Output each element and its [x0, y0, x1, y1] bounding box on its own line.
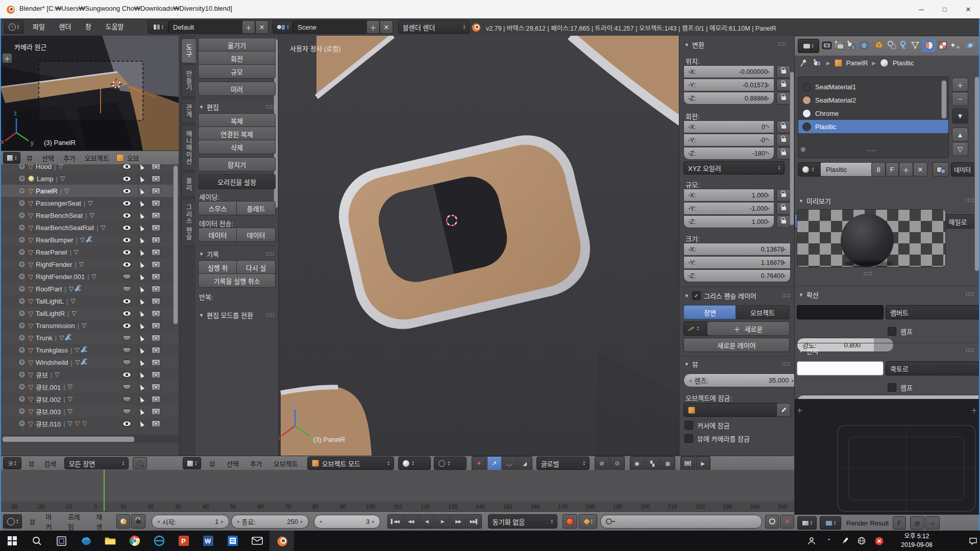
- visibility-eye-icon[interactable]: [122, 188, 131, 194]
- renderable-camera-icon[interactable]: [152, 298, 160, 305]
- powerpoint-icon[interactable]: P: [172, 531, 196, 551]
- renderable-camera-icon[interactable]: [152, 310, 160, 317]
- object-name[interactable]: Transmission: [36, 322, 75, 330]
- material-slot[interactable]: Chrome: [798, 107, 948, 120]
- menu-view[interactable]: 뷰: [29, 517, 35, 527]
- grease-pencil-panel-header[interactable]: ▼✓그리스 펜슬 레이어: [684, 291, 756, 300]
- object-name[interactable]: Windsheild: [36, 359, 68, 366]
- render-opengl-button[interactable]: [680, 456, 695, 470]
- gp-scene-tab[interactable]: 장면: [683, 305, 737, 319]
- selectable-arrow-icon[interactable]: [138, 371, 144, 378]
- specular-shader-select[interactable]: 쿡토르▴▾: [886, 361, 980, 375]
- breadcrumb-material[interactable]: Plasltic: [893, 59, 914, 67]
- proportional-edit-button[interactable]: ◉: [630, 456, 645, 470]
- expand-icon[interactable]: +: [18, 395, 26, 403]
- pivot-select[interactable]: ▴▾: [434, 457, 467, 470]
- preview-panel-header[interactable]: ▼미리보기: [799, 196, 831, 206]
- visibility-eye-icon[interactable]: [122, 201, 131, 206]
- snap-element-button[interactable]: ⊙: [610, 456, 625, 470]
- blender-taskbar-icon[interactable]: [270, 531, 294, 551]
- screen-layout-name[interactable]: Default: [168, 20, 250, 34]
- diffuse-color-swatch[interactable]: [797, 305, 884, 319]
- outliner-row[interactable]: + ▽ RightFender | ▽ ▽ ▽: [0, 258, 179, 270]
- play-reverse-button[interactable]: ◀: [419, 514, 434, 529]
- renderable-camera-icon[interactable]: [152, 384, 160, 390]
- visibility-eye-icon[interactable]: [122, 274, 131, 280]
- selectable-arrow-icon[interactable]: [138, 334, 144, 341]
- panel-grip[interactable]: [777, 42, 787, 46]
- selectable-arrow-icon[interactable]: [138, 383, 144, 390]
- selectable-arrow-icon[interactable]: [138, 236, 144, 243]
- set-origin-button[interactable]: 오리진을 설정: [198, 174, 276, 189]
- search-button[interactable]: [133, 457, 147, 469]
- expand-icon[interactable]: +: [18, 273, 26, 280]
- menu-select[interactable]: 선택: [42, 153, 54, 163]
- selectable-arrow-icon[interactable]: [138, 297, 144, 304]
- expand-icon[interactable]: +: [18, 285, 26, 292]
- object-name[interactable]: 큐브.001: [36, 382, 61, 392]
- gp-object-tab[interactable]: 오브젝트: [736, 305, 790, 319]
- panel-grip[interactable]: [265, 105, 275, 109]
- toolshelf-tab[interactable]: 그리스 펜슬: [181, 198, 195, 246]
- outliner-row[interactable]: + ▽ 큐브.010 | ▽ ▽ ▽: [0, 417, 179, 430]
- selectable-arrow-icon[interactable]: [138, 175, 144, 182]
- region-expand-button[interactable]: ＋: [2, 53, 12, 63]
- transform-orientation-select[interactable]: 글로벌▴▾: [536, 457, 590, 470]
- panel-grip[interactable]: [965, 348, 974, 352]
- move-slot-down-button[interactable]: ▽: [952, 142, 968, 156]
- visibility-eye-icon[interactable]: [122, 396, 131, 402]
- panel-grip[interactable]: [265, 252, 275, 256]
- outliner-row[interactable]: + ▽ RearBenchSeatRail | ▽ ▽ ▽: [0, 221, 179, 234]
- lock-button[interactable]: [776, 65, 791, 78]
- panel-grip[interactable]: [781, 362, 791, 366]
- outliner-row[interactable]: + ▽ RightFender.001 | ▽ ▽ ▽: [0, 270, 179, 283]
- outliner-row[interactable]: + ▽ RearPanel | ▽ ▽ ▽: [0, 246, 179, 258]
- shade-flat-button[interactable]: 플래트: [236, 201, 276, 215]
- expand-icon[interactable]: +: [18, 248, 26, 256]
- selectable-arrow-icon[interactable]: [138, 285, 144, 292]
- diffuse-ramp-checkbox[interactable]: [888, 327, 896, 336]
- renderable-camera-icon[interactable]: [152, 396, 160, 403]
- toolshelf-tab[interactable]: 만들기: [181, 65, 195, 97]
- outliner-row[interactable]: + ▽ TailLightR | ▽ ▽ ▽: [0, 307, 179, 319]
- task-view-button[interactable]: [49, 531, 74, 551]
- end-frame-field[interactable]: ◂종료: 250▸: [231, 515, 309, 529]
- outliner-row[interactable]: + ▽ RearBenchSeat | ▽ ▽ ▽: [0, 209, 179, 221]
- network-globe-icon[interactable]: [853, 531, 870, 551]
- jump-to-start-button[interactable]: ▌◀◀: [387, 514, 403, 529]
- dimension-field[interactable]: ◂Z:0.76400▸: [683, 269, 791, 282]
- expand-icon[interactable]: +: [18, 236, 26, 243]
- renderable-camera-icon[interactable]: [152, 286, 160, 292]
- visibility-eye-icon[interactable]: [122, 176, 131, 182]
- editor-type-button[interactable]: ▴▾: [183, 457, 201, 469]
- sync-error-icon[interactable]: [870, 531, 888, 551]
- lock-button[interactable]: [776, 79, 791, 91]
- renderable-camera-icon[interactable]: [152, 408, 160, 415]
- chrome-icon[interactable]: [122, 531, 147, 551]
- use-nodes-button[interactable]: [933, 162, 949, 177]
- outliner-hscrollbar[interactable]: [2, 436, 135, 442]
- outliner-row[interactable]: + ▽ Trunk | ▽ ▽ ▽: [0, 332, 179, 344]
- properties-tab-strip[interactable]: [821, 39, 978, 53]
- editor-type-info-button[interactable]: i ▴▾: [4, 20, 23, 34]
- outliner-row[interactable]: + ▽ Lamp | ▽ ▽ ▽: [0, 172, 179, 185]
- display-mode-select[interactable]: 모든 장면▴▾: [64, 457, 129, 469]
- object-name[interactable]: Trunk: [36, 334, 53, 342]
- editor-type-button[interactable]: ▴▾: [3, 152, 20, 164]
- rotate-button[interactable]: 회전: [198, 51, 276, 65]
- renderable-camera-icon[interactable]: [152, 200, 160, 207]
- add-scene-button[interactable]: ＋: [366, 20, 380, 34]
- menu-object[interactable]: 오브젝트: [274, 459, 298, 468]
- outliner-row[interactable]: + ▽ TailLightL | ▽ ▽ ▽: [0, 295, 179, 307]
- expand-icon[interactable]: +: [18, 408, 26, 415]
- lock-button[interactable]: [776, 134, 791, 146]
- rotation-field[interactable]: ◂Y:-0°▸: [683, 134, 774, 146]
- lock-camera-row[interactable]: 뷰에 카메라를 잠금: [684, 434, 750, 443]
- rotation-field[interactable]: ◂X:0°▸: [683, 120, 774, 133]
- insert-keyframe-button[interactable]: [765, 515, 779, 529]
- people-tray-icon[interactable]: [802, 531, 821, 551]
- renderable-camera-icon[interactable]: [152, 273, 160, 280]
- visibility-eye-icon[interactable]: [122, 249, 131, 255]
- use-preview-range-button[interactable]: [116, 514, 131, 529]
- expand-icon[interactable]: +: [18, 164, 26, 170]
